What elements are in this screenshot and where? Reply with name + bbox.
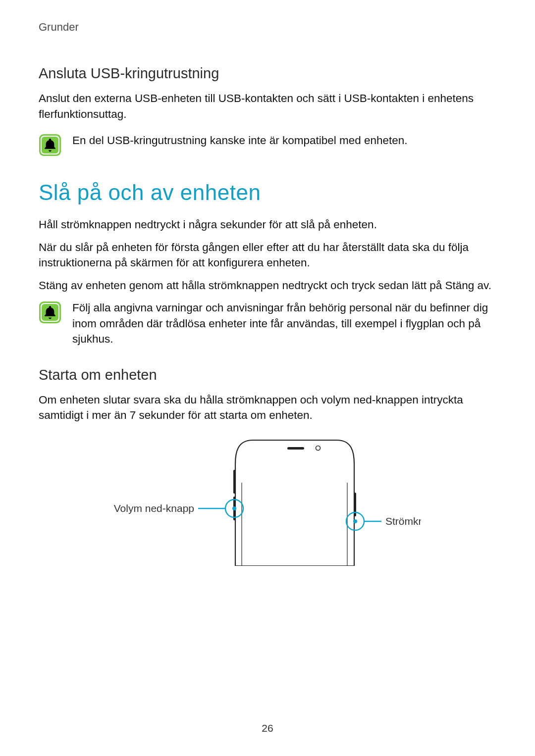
paragraph: Stäng av enheten genom att hålla strömkn… xyxy=(39,278,496,294)
callout-power: Strömknapp xyxy=(346,512,421,530)
note-text: En del USB-kringutrustning kanske inte ä… xyxy=(72,133,408,149)
section-title-power: Slå på och av enheten xyxy=(39,180,496,205)
note-block: Följ alla angivna varningar och anvisnin… xyxy=(39,300,496,347)
note-text: Följ alla angivna varningar och anvisnin… xyxy=(72,300,496,347)
bell-note-icon xyxy=(39,134,61,156)
paragraph: Anslut den externa USB-enheten till USB-… xyxy=(39,91,496,122)
section-heading-restart: Starta om enheten xyxy=(39,367,496,383)
label-power: Strömknapp xyxy=(385,515,421,527)
page-header: Grunder xyxy=(39,21,496,34)
page-number: 26 xyxy=(0,722,535,734)
label-volume-down: Volym ned-knapp xyxy=(114,503,194,514)
bell-note-icon xyxy=(39,301,61,324)
svg-point-15 xyxy=(353,519,357,523)
section-heading-usb: Ansluta USB-kringutrustning xyxy=(39,65,496,82)
phone-outline xyxy=(233,440,356,566)
callout-volume-down: Volym ned-knapp xyxy=(114,500,243,517)
svg-rect-6 xyxy=(287,447,304,450)
paragraph: När du slår på enheten för första gången… xyxy=(39,240,496,271)
device-illustration: Volym ned-knapp Strömknapp xyxy=(39,437,496,566)
paragraph: Håll strömknappen nedtryckt i några seku… xyxy=(39,217,496,233)
note-block: En del USB-kringutrustning kanske inte ä… xyxy=(39,133,496,156)
paragraph: Om enheten slutar svara ska du hålla str… xyxy=(39,392,496,423)
svg-point-12 xyxy=(232,506,236,510)
svg-point-7 xyxy=(316,446,321,450)
svg-rect-8 xyxy=(233,470,236,494)
